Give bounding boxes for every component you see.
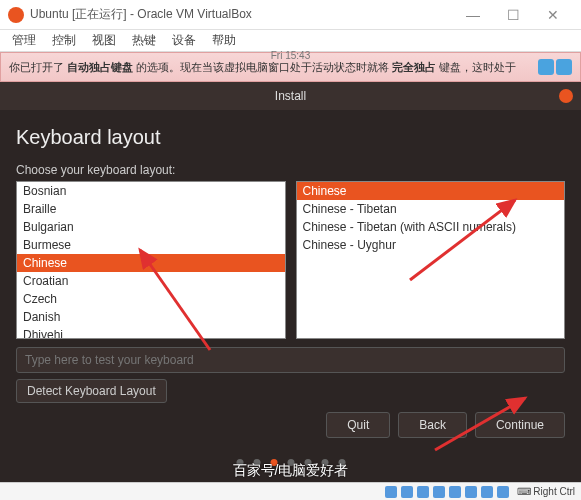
list-item[interactable]: Chinese - Uyghur xyxy=(297,236,565,254)
list-item[interactable]: Burmese xyxy=(17,236,285,254)
status-mouse-icon[interactable] xyxy=(497,486,509,498)
list-item[interactable]: Braille xyxy=(17,200,285,218)
status-record-icon[interactable] xyxy=(481,486,493,498)
menu-item[interactable]: 热键 xyxy=(124,32,164,49)
status-hdd-icon[interactable] xyxy=(385,486,397,498)
menu-item[interactable]: 设备 xyxy=(164,32,204,49)
status-usb-icon[interactable] xyxy=(433,486,445,498)
list-item[interactable]: Chinese - Tibetan xyxy=(297,200,565,218)
host-key-label: ⌨ Right Ctrl xyxy=(517,486,575,497)
list-item[interactable]: Dhivehi xyxy=(17,326,285,339)
ubuntu-icon xyxy=(8,7,24,23)
status-display-icon[interactable] xyxy=(465,486,477,498)
back-button[interactable]: Back xyxy=(398,412,467,438)
page-heading: Keyboard layout xyxy=(16,126,565,149)
keyboard-test-input[interactable] xyxy=(16,347,565,373)
quit-button[interactable]: Quit xyxy=(326,412,390,438)
installer-close-icon[interactable] xyxy=(559,89,573,103)
menu-item[interactable]: 管理 xyxy=(4,32,44,49)
minimize-button[interactable]: — xyxy=(453,7,493,23)
menu-bar: 管理 控制 视图 热键 设备 帮助 xyxy=(0,30,581,52)
keyboard-variant-list[interactable]: ChineseChinese - TibetanChinese - Tibeta… xyxy=(296,181,566,339)
installer-titlebar: Install xyxy=(0,82,581,110)
status-net-icon[interactable] xyxy=(417,486,429,498)
window-title: Ubuntu [正在运行] - Oracle VM VirtualBox xyxy=(30,6,453,23)
maximize-button[interactable]: ☐ xyxy=(493,7,533,23)
close-button[interactable]: ✕ xyxy=(533,7,573,23)
keyboard-language-list[interactable]: BosnianBrailleBulgarianBurmeseChineseCro… xyxy=(16,181,286,339)
notification-bar: Fri 15:43 你已打开了 自动独占键盘 的选项。现在当该虚拟电脑窗口处于活… xyxy=(0,52,581,82)
menu-item[interactable]: 视图 xyxy=(84,32,124,49)
installer-title: Install xyxy=(275,89,306,103)
list-item[interactable]: Bulgarian xyxy=(17,218,285,236)
status-bar: ⌨ Right Ctrl xyxy=(0,482,581,500)
choose-label: Choose your keyboard layout: xyxy=(16,163,565,177)
list-item[interactable]: Chinese xyxy=(297,182,565,200)
list-item[interactable]: Czech xyxy=(17,290,285,308)
list-item[interactable]: Chinese - Tibetan (with ASCII numerals) xyxy=(297,218,565,236)
menu-item[interactable]: 帮助 xyxy=(204,32,244,49)
list-item[interactable]: Danish xyxy=(17,308,285,326)
notif-text: 你已打开了 自动独占键盘 的选项。现在当该虚拟电脑窗口处于活动状态时就将 完全独… xyxy=(9,60,516,75)
list-item[interactable]: Chinese xyxy=(17,254,285,272)
notif-info-icon[interactable] xyxy=(538,59,554,75)
installer-window: Install Keyboard layout Choose your keyb… xyxy=(0,82,581,482)
window-titlebar: Ubuntu [正在运行] - Oracle VM VirtualBox — ☐… xyxy=(0,0,581,30)
menu-item[interactable]: 控制 xyxy=(44,32,84,49)
status-cd-icon[interactable] xyxy=(401,486,413,498)
guest-clock: Fri 15:43 xyxy=(271,50,310,61)
list-item[interactable]: Croatian xyxy=(17,272,285,290)
status-shared-icon[interactable] xyxy=(449,486,461,498)
detect-layout-button[interactable]: Detect Keyboard Layout xyxy=(16,379,167,403)
notif-close-icon[interactable] xyxy=(556,59,572,75)
watermark: 百家号/电脑爱好者 xyxy=(233,462,349,480)
list-item[interactable]: Bosnian xyxy=(17,182,285,200)
continue-button[interactable]: Continue xyxy=(475,412,565,438)
